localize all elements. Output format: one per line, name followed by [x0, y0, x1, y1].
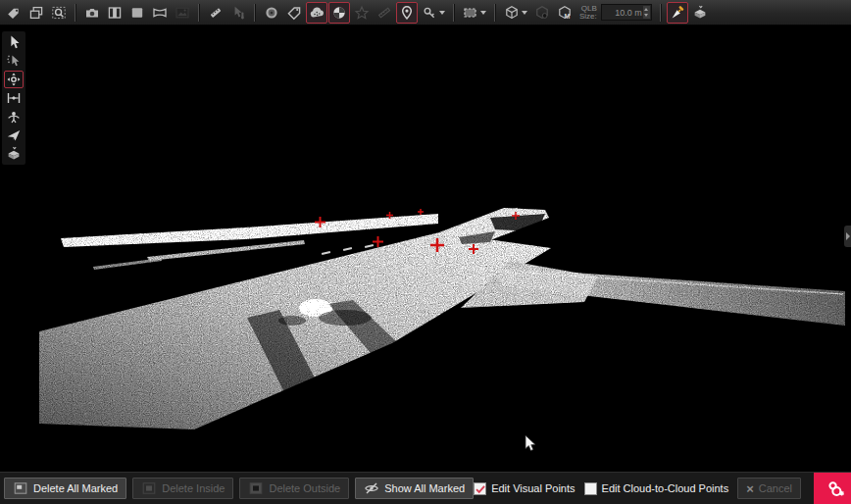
checkbox-label: Edit Visual Points — [491, 482, 575, 494]
pick-tag-icon — [6, 5, 22, 21]
measure-small-button[interactable] — [374, 2, 395, 24]
cancel-button[interactable]: × Cancel — [737, 478, 801, 499]
solid-square-icon — [129, 5, 145, 21]
checkbox-edit-visual-points[interactable]: Edit Visual Points — [474, 482, 575, 495]
point-cloud-icon — [309, 5, 325, 21]
pick-point-button[interactable] — [227, 2, 249, 24]
show-target-spheres-button[interactable] — [328, 2, 350, 24]
pan-move-icon — [6, 72, 22, 87]
right-panel-expander[interactable] — [844, 226, 851, 247]
chevron-right-icon — [846, 232, 850, 240]
orbit-tool-button[interactable] — [4, 108, 24, 126]
clip-box-tool-button[interactable] — [4, 145, 24, 163]
cube-axes-button[interactable] — [501, 2, 530, 24]
clip-box-icon — [692, 5, 708, 21]
show-point-cloud-button[interactable] — [306, 2, 327, 24]
tags-button[interactable] — [283, 2, 305, 24]
chevron-down-icon — [439, 11, 445, 15]
toolbar-separator — [494, 4, 496, 22]
measure-button[interactable] — [205, 2, 226, 24]
camera-icon — [84, 5, 100, 21]
checkbox-unchecked-icon[interactable] — [584, 482, 597, 495]
fly-tool-button[interactable] — [4, 126, 24, 144]
location-pin-icon — [399, 5, 415, 21]
solid-view-button[interactable] — [126, 2, 148, 24]
point-cloud — [0, 25, 851, 472]
panorama-icon — [152, 5, 168, 21]
delete-all-marked-button[interactable]: Delete All Marked — [4, 478, 126, 499]
clip-box-button[interactable] — [689, 2, 711, 24]
cursor-pin-icon — [230, 5, 246, 21]
show-all-marked-button[interactable]: Show All Marked — [355, 478, 474, 499]
paper-plane-icon — [6, 127, 22, 143]
toolbar-separator — [198, 4, 200, 22]
selection-box-button[interactable] — [460, 2, 489, 24]
pan-tool-button[interactable] — [4, 71, 24, 88]
small-ruler-icon — [376, 5, 392, 21]
checkbox-label: Edit Cloud-to-Cloud Points — [602, 482, 729, 494]
qlb-size-control: QLBSize:10.0 m — [579, 4, 652, 21]
qlb-size-label: QLBSize: — [579, 5, 597, 21]
key-icon — [422, 5, 437, 21]
split-view-button[interactable] — [104, 2, 125, 24]
spinner-arrows-icon[interactable] — [643, 6, 650, 19]
wireframe-button[interactable] — [351, 2, 373, 24]
image-view-button[interactable] — [172, 2, 193, 24]
delete-inside-label: Delete Inside — [162, 482, 225, 494]
wireframe-star-icon — [354, 5, 370, 21]
box-caret-icon — [6, 146, 22, 162]
cursor-sparkle-icon — [6, 53, 22, 69]
close-icon: × — [746, 482, 754, 495]
cube-model-button[interactable]: M — [554, 2, 576, 24]
cursor-arrow-icon — [6, 34, 22, 50]
delete-inside-icon — [141, 480, 157, 496]
tag-icon — [286, 5, 302, 21]
pick-tag-button[interactable] — [3, 2, 25, 24]
split-view-icon — [107, 5, 123, 21]
qlb-size-value: 10.0 m — [615, 8, 642, 18]
viewport-3d[interactable] — [0, 25, 851, 472]
image-icon — [175, 5, 190, 21]
top-toolbar: MQLBSize:10.0 m — [0, 0, 851, 25]
optimize-bundle-button[interactable]: Optimize Bundle — [814, 473, 851, 504]
chevron-down-icon — [480, 11, 486, 15]
qlb-size-input[interactable]: 10.0 m — [601, 4, 652, 21]
checkbox-edit-cloud-to-cloud-points[interactable]: Edit Cloud-to-Cloud Points — [584, 482, 729, 495]
trowel-icon — [670, 5, 685, 21]
paint-select-button[interactable] — [667, 2, 688, 24]
cube-axes-icon — [504, 5, 520, 21]
disc-button[interactable] — [261, 2, 282, 24]
checkbox-checked-icon[interactable] — [474, 482, 486, 495]
show-all-marked-label: Show All Marked — [384, 482, 465, 494]
keys-button[interactable] — [419, 2, 448, 24]
toolbar-separator — [254, 4, 256, 22]
cascade-windows-button[interactable] — [25, 2, 47, 24]
disc-icon — [264, 5, 279, 21]
panorama-view-button[interactable] — [149, 2, 171, 24]
bottom-action-bar: Delete All MarkedDelete InsideDelete Out… — [0, 472, 851, 504]
camera-view-button[interactable] — [81, 2, 103, 24]
cube-o-icon — [534, 5, 550, 21]
toolbar-separator — [75, 4, 76, 22]
delete-outside-label: Delete Outside — [269, 482, 340, 494]
contrast-sphere-icon — [331, 5, 347, 21]
delete-outside-button[interactable]: Delete Outside — [239, 478, 349, 499]
show-markers-button[interactable] — [396, 2, 418, 24]
toolbar-separator — [660, 4, 662, 22]
delete-inside-button[interactable]: Delete Inside — [132, 478, 233, 499]
cube-origin-button[interactable] — [531, 2, 553, 24]
delete-all-marked-label: Delete All Marked — [33, 482, 118, 494]
zoom-region-icon — [51, 5, 67, 21]
select-rect-icon — [463, 5, 478, 21]
multi-select-tool-button[interactable] — [4, 52, 24, 70]
cube-m-icon: M — [557, 5, 573, 21]
select-tool-button[interactable] — [4, 33, 24, 51]
distance-icon — [6, 90, 22, 106]
eye-slash-icon — [364, 480, 379, 496]
measure-distance-tool-button[interactable] — [4, 89, 24, 107]
cancel-label: Cancel — [759, 482, 792, 494]
ruler-diagonal-icon — [208, 5, 224, 21]
zoom-region-button[interactable] — [48, 2, 70, 24]
chevron-down-icon — [522, 11, 527, 15]
app-window: MQLBSize:10.0 m — [0, 0, 851, 504]
